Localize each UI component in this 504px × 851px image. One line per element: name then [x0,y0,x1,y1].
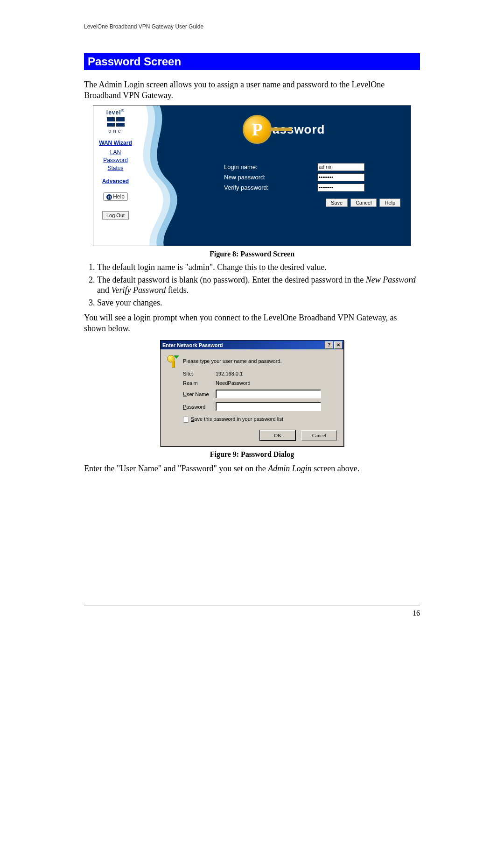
figure-8-password-screen: level® one WAN Wizard LAN Password Statu… [93,105,411,246]
figure-9-password-dialog: Enter Network Password ? ✕ Please type y… [160,340,344,447]
help-icon: H [106,194,112,200]
titlebar-help-button[interactable]: ? [325,341,333,349]
page-number: 16 [84,609,420,617]
help-button[interactable]: Help [379,199,400,207]
brand-bottom: one [93,128,138,134]
instruction-list: The default login name is "admin". Chang… [84,262,420,308]
input-user-name[interactable] [216,390,321,398]
intro-paragraph: The Admin Login screen allows you to ass… [84,79,420,100]
brand-grid-icon [107,117,125,127]
label-user-name: User Name [183,391,216,397]
cancel-button[interactable]: Cancel [350,199,377,207]
dialog-prompt: Please type your user name and password. [183,358,282,364]
brand-top: level® [93,108,138,116]
nav-lan[interactable]: LAN [96,149,135,156]
dialog-button-row: OK Cancel [167,430,337,440]
key-icon [167,355,177,367]
titlebar-close-button[interactable]: ✕ [334,341,343,349]
label-site: Site: [183,371,216,376]
input-verify-password[interactable] [317,184,364,191]
running-header: LevelOne Broadband VPN Gateway User Guid… [84,23,420,30]
label-save-password: Save this password in your password list [191,416,283,422]
checkbox-save-password[interactable] [183,417,189,423]
label-realm: Realm [183,380,216,386]
dialog-title: Enter Network Password [162,342,223,348]
logout-button[interactable]: Log Out [102,211,129,220]
dialog-cancel-button[interactable]: Cancel [301,430,337,440]
document-page: LevelOne Broadband VPN Gateway User Guid… [51,0,453,636]
dialog-titlebar: Enter Network Password ? ✕ [161,340,343,349]
step-3: Save your changes. [97,298,420,308]
input-login-name[interactable] [317,163,364,171]
figure-9-caption: Figure 9: Password Dialog [84,450,420,459]
after-steps-paragraph: You will see a login prompt when you con… [84,312,420,333]
fig8-nav: WAN Wizard LAN Password Status Advanced … [93,134,138,220]
key-shaft-icon [271,128,292,131]
closing-paragraph: Enter the "User Name" and "Password" you… [84,463,420,474]
section-heading: Password Screen [84,53,420,70]
nav-wan-wizard[interactable]: WAN Wizard [96,140,135,146]
step-1: The default login name is "admin". Chang… [97,262,420,273]
nav-password[interactable]: Password [96,157,135,163]
nav-status[interactable]: Status [96,165,135,171]
fig8-page-title: P assword [243,115,325,144]
fig8-form: Login name: New password: Verify passwor… [224,162,364,192]
value-site: 192.168.0.1 [216,371,243,376]
nav-help[interactable]: HHelp [103,192,128,201]
p-badge-icon: P [243,115,272,144]
nav-advanced[interactable]: Advanced [96,178,135,184]
ok-button[interactable]: OK [260,430,295,440]
label-login-name: Login name: [224,163,317,170]
dialog-body: Please type your user name and password.… [161,349,343,446]
brand-logo: level® one [93,106,138,134]
figure-8-caption: Figure 8: Password Screen [84,250,420,258]
fig8-button-row: Save Cancel Help [325,198,400,207]
fig8-sidebar: level® one WAN Wizard LAN Password Statu… [93,106,138,246]
save-button[interactable]: Save [326,199,348,207]
label-new-password: New password: [224,174,317,181]
label-verify-password: Verify password: [224,184,317,191]
input-new-password[interactable] [317,173,364,181]
step-2: The default password is blank (no passwo… [97,275,420,296]
footer-rule [84,605,420,605]
value-realm: NeedPassword [216,380,251,386]
label-password: Password [183,404,216,410]
input-password[interactable] [216,402,321,411]
